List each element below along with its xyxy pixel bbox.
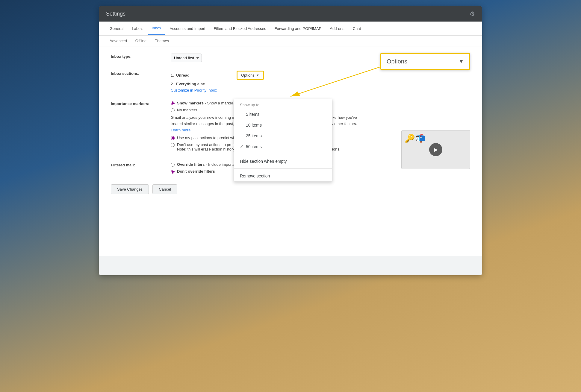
no-markers-label: No markers	[177, 108, 197, 112]
section1-name: Unread	[176, 73, 190, 78]
dropdown-5-items[interactable]: 5 items	[234, 109, 332, 120]
tab-advanced[interactable]: Advanced	[106, 36, 131, 46]
gear-icon[interactable]: ⚙	[470, 10, 475, 17]
tab-chat[interactable]: Chat	[349, 22, 364, 35]
customize-link[interactable]: Customize in Priority Inbox	[171, 88, 217, 92]
dropdown-10-items[interactable]: 10 items	[234, 120, 332, 130]
customize-link-row: Customize in Priority Inbox	[171, 88, 470, 92]
dropdown-50-items[interactable]: 50 items	[234, 141, 332, 152]
dropdown-divider1	[234, 154, 332, 154]
section2-label: 2. Everything else	[171, 82, 231, 86]
inbox-sections-row: Inbox sections: 1. Unread Options ▼ 2.	[111, 71, 470, 92]
footer-buttons: Save Changes Cancel	[111, 184, 470, 194]
play-button[interactable]: ▶	[429, 143, 442, 156]
video-thumbnail[interactable]: 🔑📬 ▶	[401, 130, 470, 169]
section1-label: 1. Unread	[171, 73, 231, 78]
settings-content: Inbox type: Unread first Inbox sections:…	[99, 46, 482, 256]
dont-override-label: Don't override filters	[177, 169, 215, 174]
cancel-button[interactable]: Cancel	[152, 184, 177, 194]
learn-more-link[interactable]: Learn more	[171, 128, 190, 132]
tab-offline[interactable]: Offline	[132, 36, 150, 46]
tabs-row1: General Labels Inbox Accounts and Import…	[99, 22, 482, 36]
importance-markers-label: Importance markers:	[111, 101, 171, 106]
options-button-label: Options	[241, 73, 255, 78]
options-callout: Options ▼	[380, 53, 470, 70]
filtered-mail-label: Filtered mail:	[111, 162, 171, 167]
tab-addons[interactable]: Add-ons	[326, 22, 348, 35]
section1-row: 1. Unread Options ▼	[171, 71, 470, 80]
dropdown-divider2	[234, 168, 332, 169]
tab-accounts[interactable]: Accounts and Import	[166, 22, 209, 35]
inbox-sections-label: Inbox sections:	[111, 71, 171, 76]
override-filters-radio[interactable]	[171, 163, 175, 167]
save-changes-button[interactable]: Save Changes	[111, 184, 149, 194]
callout-arrow-icon: ▼	[459, 58, 464, 65]
dont-override-radio[interactable]	[171, 170, 175, 174]
section2-name: Everything else	[176, 82, 205, 86]
options-arrow-icon: ▼	[256, 74, 259, 77]
settings-title: Settings	[106, 11, 125, 17]
inbox-type-label: Inbox type:	[111, 54, 171, 59]
show-markers-label: Show markers	[177, 101, 204, 105]
settings-header: Settings ⚙	[99, 6, 482, 22]
tab-filters[interactable]: Filters and Blocked Addresses	[210, 22, 270, 35]
tab-inbox[interactable]: Inbox	[148, 22, 165, 35]
options-dropdown-menu: Show up to 5 items 10 items 25 items 50 …	[234, 99, 332, 182]
dropdown-25-items[interactable]: 25 items	[234, 130, 332, 141]
options-button[interactable]: Options ▼	[237, 71, 264, 80]
use-past-radio[interactable]	[171, 136, 175, 140]
tab-themes[interactable]: Themes	[151, 36, 173, 46]
settings-panel: Settings ⚙ General Labels Inbox Accounts…	[99, 6, 482, 275]
thumb-icon: 🔑📬	[405, 133, 426, 143]
tab-general[interactable]: General	[106, 22, 127, 35]
use-past-label: Use my past actions to predict whi...	[177, 136, 239, 140]
options-callout-inner: Options ▼	[381, 54, 469, 69]
dont-use-past-radio[interactable]	[171, 143, 175, 147]
show-markers-radio[interactable]	[171, 101, 175, 105]
tab-forwarding[interactable]: Forwarding and POP/IMAP	[271, 22, 325, 35]
dropdown-hide-section[interactable]: Hide section when empty	[234, 156, 332, 167]
no-markers-radio[interactable]	[171, 108, 175, 112]
show-up-to-label: Show up to	[234, 99, 332, 109]
tabs-row2: Advanced Offline Themes	[99, 36, 482, 46]
tab-labels[interactable]: Labels	[128, 22, 147, 35]
inbox-sections-content: 1. Unread Options ▼ 2. Everything else	[171, 71, 470, 92]
section2-row: 2. Everything else	[171, 82, 470, 86]
inbox-type-select[interactable]: Unread first	[171, 54, 202, 62]
callout-options-label: Options	[387, 58, 407, 65]
dropdown-remove-section[interactable]: Remove section	[234, 171, 332, 181]
override-filters-label: Override filters	[177, 162, 205, 167]
show-markers-desc: - Show a marker (	[204, 101, 236, 105]
